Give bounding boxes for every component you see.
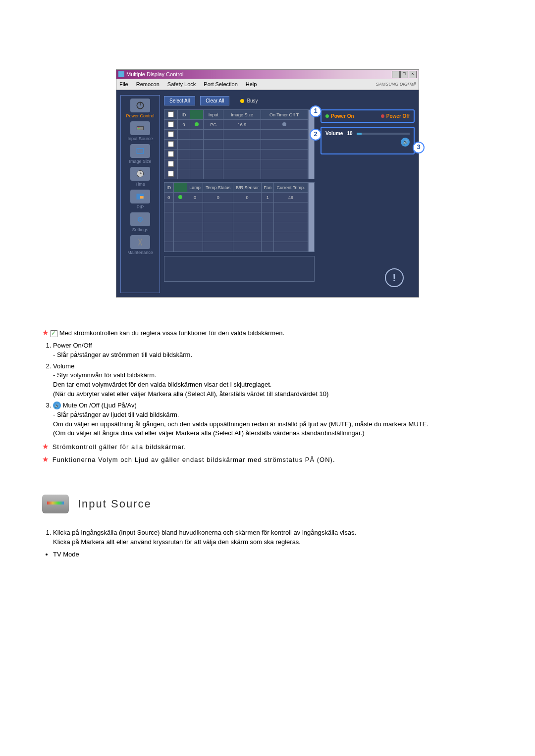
busy-dot-icon — [240, 99, 244, 103]
titlebar: Multiple Display Control _ □ × — [116, 70, 419, 79]
row-checkbox[interactable] — [168, 121, 174, 127]
settings-icon — [130, 212, 150, 226]
sidebar-item-time[interactable]: Time — [121, 167, 160, 187]
menu-help[interactable]: Help — [246, 81, 257, 87]
callout-3: 3 — [413, 142, 425, 153]
table-row[interactable]: 0 PC 16:9 — [164, 120, 308, 130]
table-row[interactable] — [164, 140, 308, 150]
volume-label: Volume — [325, 131, 343, 136]
svg-rect-4 — [138, 128, 139, 129]
volume-value: 10 — [347, 131, 352, 136]
imagesize-icon — [130, 144, 150, 158]
table-row[interactable] — [164, 150, 308, 159]
checkbox-icon — [51, 330, 57, 337]
document-body: ★ Med strömkontrollen kan du reglera vis… — [42, 327, 493, 559]
power-on-button[interactable]: Power On — [325, 113, 354, 119]
list-item: 🔊 Mute On /Off (Ljud På/Av) - Slår på/st… — [53, 401, 493, 438]
menubar: File Remocon Safety Lock Port Selection … — [116, 79, 419, 90]
table-row[interactable] — [164, 202, 308, 212]
power-icon — [130, 99, 150, 112]
display-grid: ID Input Image Size On Timer Off T 0 PC — [164, 109, 308, 179]
power-panel: 1 Power On Power Off — [321, 109, 415, 123]
sidebar-item-power[interactable]: Power Control — [121, 99, 160, 118]
mute-icon: 🔊 — [53, 402, 61, 409]
status-led-icon — [195, 122, 199, 126]
sidebar-item-pip[interactable]: PIP — [121, 190, 160, 209]
list-item: TV Mode — [53, 550, 493, 559]
sidebar-item-maintenance[interactable]: Maintenance — [121, 235, 160, 255]
maximize-button[interactable]: □ — [400, 71, 408, 78]
section-title: Input Source — [78, 498, 152, 510]
callout-1: 1 — [310, 105, 321, 117]
app-icon — [118, 71, 124, 77]
sidebar: Power Control Input Source Image Size Ti… — [120, 95, 160, 293]
menu-remocon[interactable]: Remocon — [136, 81, 160, 87]
svg-rect-3 — [138, 127, 139, 128]
table-row[interactable] — [164, 130, 308, 140]
info-icon: ! — [385, 268, 404, 287]
star-icon: ★ — [42, 328, 49, 337]
brand-label: SAMSUNG DIGITall — [376, 82, 416, 87]
minimize-button[interactable]: _ — [392, 71, 400, 78]
pip-icon — [130, 190, 150, 203]
star-icon: ★ — [42, 455, 49, 463]
table-row[interactable]: 0 0 0 0 1 49 — [164, 193, 308, 202]
status-led-icon — [178, 195, 182, 199]
table-row[interactable] — [164, 212, 308, 222]
input-icon — [130, 121, 150, 135]
svg-point-12 — [139, 218, 141, 220]
window-title: Multiple Display Control — [126, 71, 184, 77]
sidebar-item-imagesize[interactable]: Image Size — [121, 144, 160, 164]
sidebar-item-settings[interactable]: Settings — [121, 212, 160, 232]
timer-led-icon — [282, 122, 286, 126]
menu-portselection[interactable]: Port Selection — [204, 81, 237, 87]
power-off-button[interactable]: Power Off — [381, 113, 410, 119]
volume-panel: 2 Volume 10 🔊 3 — [321, 127, 415, 154]
svg-rect-10 — [140, 196, 144, 199]
maintenance-icon — [130, 235, 150, 249]
menu-safetylock[interactable]: Safety Lock — [167, 81, 196, 87]
table-row[interactable] — [164, 242, 308, 252]
table-row[interactable] — [164, 222, 308, 232]
sidebar-item-input[interactable]: Input Source — [121, 121, 160, 141]
select-all-button[interactable]: Select All — [164, 96, 195, 105]
list-item: Klicka på Ingångskälla (Input Source) bl… — [53, 528, 493, 547]
table-row[interactable] — [164, 232, 308, 242]
list-item: Power On/Off - Slår på/stänger av strömm… — [53, 341, 493, 360]
close-button[interactable]: × — [409, 71, 417, 78]
status-bar — [164, 256, 315, 282]
scrollbar[interactable] — [308, 109, 315, 179]
section-header: Input Source — [42, 495, 493, 513]
table-row[interactable] — [164, 159, 308, 169]
menu-file[interactable]: File — [119, 81, 128, 87]
status-grid: ID Lamp Temp.Status B/R Sensor Fan Curre… — [164, 182, 308, 252]
busy-indicator: Busy — [240, 98, 258, 103]
status-header-icon — [190, 110, 204, 120]
scrollbar[interactable] — [308, 182, 315, 252]
time-icon — [130, 167, 150, 181]
header-checkbox[interactable] — [168, 111, 174, 117]
clear-all-button[interactable]: Clear All — [200, 96, 229, 105]
list-item: Volume - Styr volymnivån för vald bildsk… — [53, 362, 493, 399]
star-icon: ★ — [42, 442, 49, 451]
volume-slider[interactable] — [357, 133, 410, 135]
app-window: Multiple Display Control _ □ × File Remo… — [116, 69, 419, 298]
callout-2: 2 — [310, 129, 321, 141]
table-row[interactable] — [164, 169, 308, 179]
input-source-icon — [42, 495, 69, 513]
mute-button[interactable]: 🔊 — [401, 138, 410, 147]
